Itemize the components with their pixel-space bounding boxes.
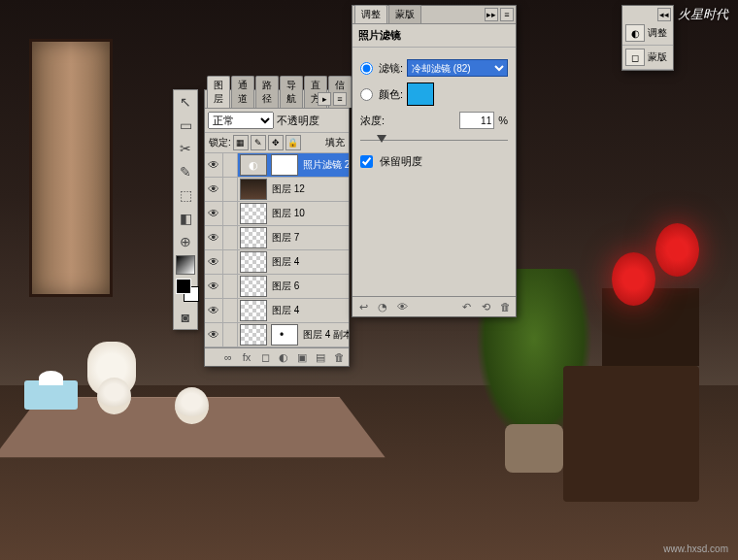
- layer-thumb: [240, 324, 267, 346]
- visibility-icon[interactable]: 👁: [395, 300, 409, 313]
- layer-thumb: [240, 227, 267, 248]
- layer-name[interactable]: 照片滤镜 2: [300, 158, 349, 172]
- gradient-swatch[interactable]: [176, 255, 195, 275]
- layer-mask-icon[interactable]: ◻: [257, 350, 273, 364]
- tool-button-6[interactable]: ⊕: [174, 230, 197, 253]
- layer-row[interactable]: 👁图层 4: [205, 299, 349, 323]
- adjustment-body: 滤镜: 冷却滤镜 (82) 颜色: 浓度: % 保留明度: [352, 48, 516, 181]
- opacity-label: 不透明度: [277, 114, 319, 128]
- layer-name[interactable]: 图层 4 副本: [300, 328, 349, 342]
- filter-radio[interactable]: [360, 62, 373, 75]
- layer-name[interactable]: 图层 7: [269, 231, 349, 245]
- tool-button-5[interactable]: ◧: [174, 207, 197, 230]
- link-layers-icon[interactable]: ∞: [220, 350, 236, 364]
- blend-mode-select[interactable]: 正常: [208, 112, 274, 129]
- visibility-icon[interactable]: 👁: [205, 323, 223, 346]
- adjust-footer: ↩ ◔ 👁 ↶ ⟲ 🗑: [352, 296, 516, 316]
- layer-link-slot[interactable]: [223, 178, 238, 201]
- layer-thumb: [240, 251, 267, 273]
- foreground-color[interactable]: [176, 279, 191, 294]
- quickmask-button[interactable]: ◙: [174, 306, 197, 329]
- tool-button-3[interactable]: ✎: [174, 160, 197, 183]
- tab-adjust[interactable]: 调整: [354, 5, 387, 23]
- visibility-icon[interactable]: 👁: [205, 153, 223, 177]
- color-label: 颜色:: [379, 87, 403, 102]
- layer-link-slot[interactable]: [223, 226, 238, 249]
- adjustments-panel: 调整 蒙版 ▸▸ ≡ 照片滤镜 滤镜: 冷却滤镜 (82) 颜色: 浓度: % …: [352, 5, 517, 317]
- filter-row: 滤镜: 冷却滤镜 (82): [360, 59, 508, 77]
- visibility-icon[interactable]: 👁: [205, 299, 223, 322]
- layer-row[interactable]: 👁图层 10: [205, 202, 349, 226]
- visibility-icon[interactable]: 👁: [205, 226, 223, 249]
- tool-button-0[interactable]: ↖: [174, 90, 197, 114]
- layer-link-slot[interactable]: [223, 202, 238, 225]
- tab-路径[interactable]: 路径: [255, 76, 279, 108]
- panel-collapse-icon[interactable]: ◂◂: [657, 8, 671, 21]
- layer-link-slot[interactable]: [223, 299, 238, 322]
- strip-item-蒙版[interactable]: ◻蒙版: [622, 46, 673, 70]
- slider-thumb[interactable]: [377, 135, 386, 143]
- layer-list: 👁◐照片滤镜 2👁图层 12👁图层 10👁图层 7👁图层 4👁图层 6👁图层 4…: [205, 153, 349, 347]
- return-icon[interactable]: ↩: [356, 300, 370, 313]
- density-input[interactable]: [459, 112, 494, 129]
- layer-fx-icon[interactable]: fx: [239, 350, 254, 364]
- layer-name[interactable]: 图层 4: [269, 304, 349, 317]
- tab-通道[interactable]: 通道: [231, 76, 254, 108]
- delete-adjust-icon[interactable]: 🗑: [498, 300, 512, 313]
- panel-collapse-icon[interactable]: ▸: [318, 92, 331, 106]
- panel-controls: ▸ ≡: [318, 92, 347, 106]
- color-swatches[interactable]: [174, 277, 197, 306]
- layer-link-slot[interactable]: [223, 153, 238, 177]
- layer-link-slot[interactable]: [223, 275, 238, 298]
- reset-icon[interactable]: ⟲: [479, 300, 492, 313]
- visibility-icon[interactable]: 👁: [205, 178, 223, 201]
- layer-link-slot[interactable]: [223, 323, 238, 346]
- tool-button-2[interactable]: ✂: [174, 137, 197, 160]
- layer-name[interactable]: 图层 4: [269, 255, 349, 269]
- density-slider[interactable]: [360, 135, 508, 147]
- tool-button-4[interactable]: ⬚: [174, 183, 197, 207]
- tab-mask[interactable]: 蒙版: [388, 5, 421, 23]
- layer-group-icon[interactable]: ▣: [294, 350, 310, 364]
- layers-lock-row: 锁定: ▦ ✎ ✥ 🔒 填充: [205, 133, 349, 153]
- lock-all-icon[interactable]: 🔒: [285, 135, 301, 150]
- visibility-icon[interactable]: 👁: [205, 250, 223, 274]
- lock-paint-icon[interactable]: ✎: [251, 135, 266, 150]
- lock-transparent-icon[interactable]: ▦: [233, 135, 249, 150]
- layers-panel: 图层通道路径导航直方信息 ▸ ≡ 正常 不透明度 锁定: ▦ ✎ ✥ 🔒 填充 …: [204, 89, 350, 367]
- tab-图层[interactable]: 图层: [207, 76, 230, 108]
- layer-row[interactable]: 👁图层 12: [205, 178, 349, 202]
- lock-move-icon[interactable]: ✥: [268, 135, 284, 150]
- color-radio[interactable]: [360, 88, 373, 101]
- layer-name[interactable]: 图层 6: [269, 280, 349, 293]
- clip-icon[interactable]: ◔: [376, 300, 389, 313]
- tool-button-1[interactable]: ▭: [174, 114, 197, 137]
- layer-link-slot[interactable]: [223, 250, 238, 274]
- strip-item-调整[interactable]: ◐调整: [622, 21, 673, 46]
- layer-row[interactable]: 👁◐照片滤镜 2: [205, 153, 349, 178]
- adjustment-layer-icon[interactable]: ◐: [276, 350, 291, 364]
- visibility-icon[interactable]: 👁: [205, 275, 223, 298]
- layer-name[interactable]: 图层 12: [269, 182, 349, 196]
- delete-layer-icon[interactable]: 🗑: [331, 350, 347, 364]
- adjustment-title: 照片滤镜: [352, 24, 516, 48]
- layer-row[interactable]: 👁图层 7: [205, 226, 349, 250]
- filter-select[interactable]: 冷却滤镜 (82): [407, 59, 508, 77]
- visibility-icon[interactable]: 👁: [205, 202, 223, 225]
- panel-controls: ▸▸ ≡: [485, 8, 514, 21]
- panel-menu-icon[interactable]: ≡: [333, 92, 347, 106]
- strip-label: 蒙版: [648, 50, 667, 64]
- strip-label: 调整: [648, 26, 667, 40]
- new-layer-icon[interactable]: ▤: [313, 350, 328, 364]
- layer-row[interactable]: 👁图层 6: [205, 275, 349, 299]
- tab-导航[interactable]: 导航: [280, 76, 303, 108]
- watermark-top: 火星时代: [678, 6, 728, 23]
- previous-state-icon[interactable]: ↶: [459, 300, 473, 313]
- layer-name[interactable]: 图层 10: [269, 207, 349, 220]
- layer-row[interactable]: 👁图层 4 副本: [205, 323, 349, 347]
- preserve-checkbox[interactable]: [360, 155, 373, 168]
- panel-collapse-icon[interactable]: ▸▸: [485, 8, 498, 21]
- layer-row[interactable]: 👁图层 4: [205, 250, 349, 275]
- color-swatch[interactable]: [407, 82, 434, 106]
- panel-menu-icon[interactable]: ≡: [500, 8, 514, 21]
